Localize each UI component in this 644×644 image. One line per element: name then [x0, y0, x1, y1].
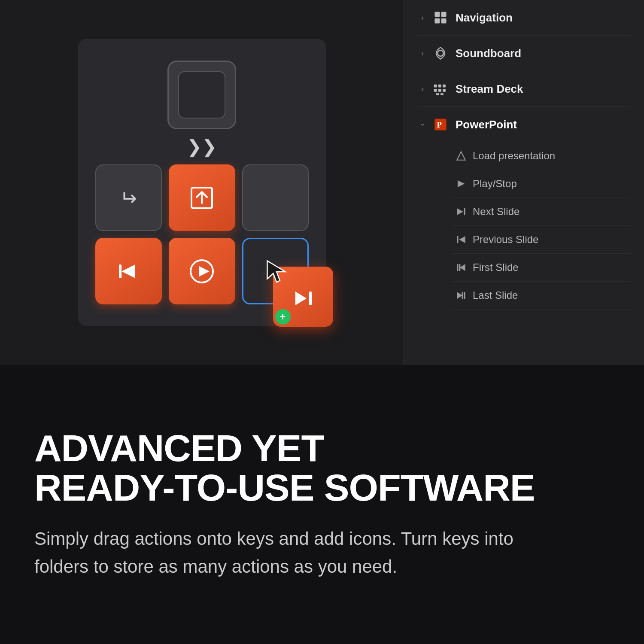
svg-marker-4: [199, 266, 210, 276]
sidebar-sub-nextslide[interactable]: Next Slide: [451, 198, 631, 226]
subtext: Simply drag actions onto keys and add ic…: [34, 525, 550, 580]
powerpoint-icon: P: [432, 116, 449, 133]
headline-line2: READY-TO-USE SOFTWARE: [34, 468, 610, 507]
streamdeck-icon: [432, 81, 449, 97]
upload-icon: [188, 184, 216, 212]
drag-plus-icon: +: [275, 309, 291, 325]
main-container: ❯❯ ↵: [0, 0, 644, 644]
svg-marker-5: [267, 261, 285, 282]
chevron-down-icon-pp: ›: [418, 123, 427, 126]
chevron-right-icon: ›: [421, 13, 424, 22]
svg-rect-1: [119, 264, 122, 278]
svg-rect-13: [434, 85, 437, 88]
key-grid: ↵: [95, 164, 309, 304]
empty-key-1[interactable]: [242, 164, 309, 231]
folder-key[interactable]: [167, 61, 236, 129]
navigation-icon: [432, 9, 449, 26]
sidebar-item-powerpoint[interactable]: › P PowerPoint: [417, 107, 631, 142]
svg-rect-18: [443, 89, 446, 92]
powerpoint-subitems: Load presentation Play/Stop Next Slide: [417, 142, 631, 310]
svg-rect-16: [434, 89, 437, 92]
svg-marker-27: [459, 236, 465, 243]
sidebar-sub-load[interactable]: Load presentation: [451, 142, 631, 170]
svg-marker-6: [295, 292, 307, 305]
sidebar-item-soundboard[interactable]: › Soundboard: [417, 36, 631, 71]
chevron-right-icon-3: ›: [421, 85, 424, 94]
deck-area: ❯❯ ↵: [0, 0, 404, 365]
svg-rect-28: [457, 236, 458, 243]
svg-rect-14: [438, 85, 441, 88]
svg-rect-34: [462, 292, 463, 299]
nextslide-label: Next Slide: [473, 206, 519, 218]
svg-rect-30: [457, 264, 458, 271]
svg-rect-7: [309, 292, 312, 305]
back-icon: ↵: [120, 186, 137, 210]
svg-marker-32: [457, 292, 462, 299]
dragged-key: +: [273, 267, 333, 327]
svg-marker-23: [457, 152, 465, 160]
svg-marker-2: [122, 264, 135, 278]
soundboard-icon: [432, 45, 449, 61]
chevron-right-icon-2: ›: [421, 49, 424, 58]
load-label: Load presentation: [473, 150, 555, 162]
lastslide-label: Last Slide: [473, 289, 518, 301]
svg-rect-11: [441, 18, 447, 24]
upload-key[interactable]: [169, 164, 235, 231]
deck-panel: ❯❯ ↵: [78, 39, 326, 326]
svg-rect-33: [464, 292, 465, 299]
drop-target-key[interactable]: +: [242, 238, 309, 304]
bottom-section: ADVANCED YET READY-TO-USE SOFTWARE Simpl…: [0, 365, 644, 644]
svg-text:P: P: [437, 120, 442, 129]
folder-key-inner: [178, 71, 225, 118]
sidebar-item-streamdeck[interactable]: › Stream Deck: [417, 71, 631, 107]
svg-point-12: [437, 50, 444, 56]
playstop-label: Play/Stop: [473, 178, 517, 190]
svg-rect-9: [441, 12, 447, 17]
top-section: ❯❯ ↵: [0, 0, 644, 365]
svg-rect-15: [443, 85, 446, 88]
headline: ADVANCED YET READY-TO-USE SOFTWARE: [34, 428, 610, 508]
sidebar-sub-prevslide[interactable]: Previous Slide: [451, 226, 631, 254]
svg-rect-8: [434, 12, 440, 17]
svg-marker-25: [457, 208, 463, 215]
chevron-down-icon: ❯❯: [187, 138, 217, 156]
svg-marker-29: [460, 264, 465, 271]
svg-rect-17: [438, 89, 441, 92]
play-key[interactable]: [169, 238, 235, 304]
streamdeck-label: Stream Deck: [456, 82, 523, 96]
drag-cursor-icon: [264, 258, 286, 279]
svg-rect-31: [459, 264, 460, 271]
svg-rect-20: [440, 93, 444, 95]
sidebar: › Navigation ›: [404, 0, 644, 365]
prev-key[interactable]: [95, 238, 162, 304]
play-circle-icon: [188, 258, 216, 285]
sidebar-sub-firstslide[interactable]: First Slide: [451, 254, 631, 282]
svg-rect-19: [436, 93, 439, 95]
powerpoint-label: PowerPoint: [456, 118, 517, 131]
prev-icon: [115, 258, 142, 285]
navigation-label: Navigation: [456, 11, 513, 24]
sidebar-sub-lastslide[interactable]: Last Slide: [451, 282, 631, 310]
sidebar-item-navigation[interactable]: › Navigation: [417, 0, 631, 36]
svg-rect-10: [434, 18, 440, 24]
back-key[interactable]: ↵: [95, 164, 162, 231]
headline-line1: ADVANCED YET: [34, 428, 610, 468]
firstslide-label: First Slide: [473, 261, 519, 273]
soundboard-label: Soundboard: [456, 47, 521, 60]
svg-rect-26: [464, 208, 465, 215]
sidebar-sub-playstop[interactable]: Play/Stop: [451, 170, 631, 198]
svg-marker-24: [458, 180, 465, 187]
prevslide-label: Previous Slide: [473, 234, 538, 246]
